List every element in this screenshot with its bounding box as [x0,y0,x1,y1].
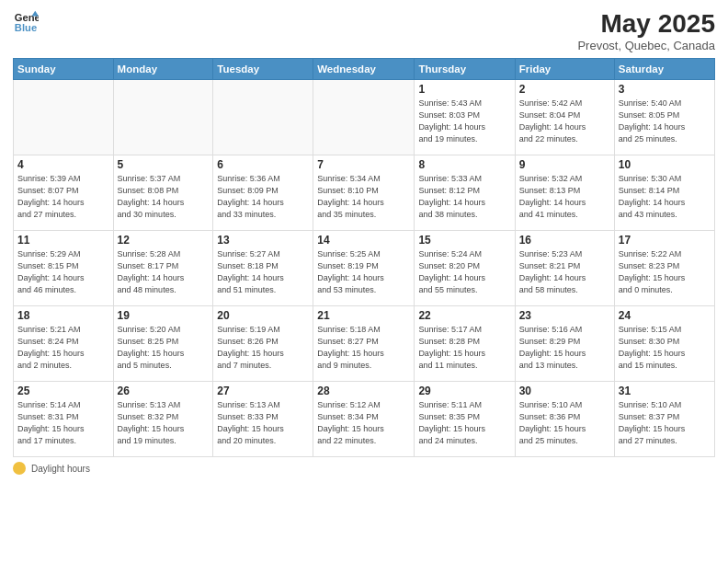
day-info: Sunrise: 5:24 AM Sunset: 8:20 PM Dayligh… [418,248,510,296]
day-number: 27 [217,385,309,397]
day-number: 16 [519,234,610,247]
day-info: Sunrise: 5:20 AM Sunset: 8:25 PM Dayligh… [118,324,210,372]
calendar-cell: 30Sunrise: 5:10 AM Sunset: 8:36 PM Dayli… [515,382,614,457]
calendar-day-header: Tuesday [213,59,313,80]
calendar-table: SundayMondayTuesdayWednesdayThursdayFrid… [13,58,715,457]
day-info: Sunrise: 5:27 AM Sunset: 8:18 PM Dayligh… [217,248,309,296]
calendar-cell: 7Sunrise: 5:34 AM Sunset: 8:10 PM Daylig… [313,155,415,231]
day-number: 20 [217,309,309,322]
calendar-cell: 11Sunrise: 5:29 AM Sunset: 8:15 PM Dayli… [14,231,114,306]
calendar-cell: 24Sunrise: 5:15 AM Sunset: 8:30 PM Dayli… [614,306,714,382]
day-info: Sunrise: 5:13 AM Sunset: 8:33 PM Dayligh… [217,399,309,447]
calendar-cell [14,80,114,155]
calendar-cell: 19Sunrise: 5:20 AM Sunset: 8:25 PM Dayli… [113,306,213,382]
footer-label: Daylight hours [31,464,90,474]
day-info: Sunrise: 5:11 AM Sunset: 8:35 PM Dayligh… [418,399,510,447]
day-info: Sunrise: 5:18 AM Sunset: 8:27 PM Dayligh… [317,324,410,372]
day-info: Sunrise: 5:25 AM Sunset: 8:19 PM Dayligh… [317,248,410,296]
day-number: 15 [418,234,510,247]
calendar-cell: 14Sunrise: 5:25 AM Sunset: 8:19 PM Dayli… [313,231,415,306]
day-info: Sunrise: 5:29 AM Sunset: 8:15 PM Dayligh… [17,248,109,296]
calendar-day-header: Friday [515,59,614,80]
day-info: Sunrise: 5:42 AM Sunset: 8:04 PM Dayligh… [519,98,610,145]
day-info: Sunrise: 5:39 AM Sunset: 8:07 PM Dayligh… [17,173,109,221]
day-number: 17 [619,234,711,247]
calendar-cell [113,80,213,155]
day-number: 23 [519,309,610,322]
day-number: 24 [619,309,711,322]
day-number: 4 [17,158,109,171]
day-info: Sunrise: 5:22 AM Sunset: 8:23 PM Dayligh… [619,248,711,296]
day-number: 28 [317,385,410,397]
calendar-cell: 27Sunrise: 5:13 AM Sunset: 8:33 PM Dayli… [213,382,313,457]
day-number: 9 [519,158,610,171]
calendar-cell: 31Sunrise: 5:10 AM Sunset: 8:37 PM Dayli… [614,382,714,457]
calendar-cell: 21Sunrise: 5:18 AM Sunset: 8:27 PM Dayli… [313,306,415,382]
calendar-day-header: Saturday [614,59,714,80]
sun-icon [13,462,26,475]
calendar-cell: 1Sunrise: 5:43 AM Sunset: 8:03 PM Daylig… [415,80,515,155]
page-title: May 2025 [577,9,715,39]
day-info: Sunrise: 5:14 AM Sunset: 8:31 PM Dayligh… [17,399,109,447]
day-number: 29 [418,385,510,397]
day-info: Sunrise: 5:37 AM Sunset: 8:08 PM Dayligh… [118,173,210,221]
calendar-cell: 18Sunrise: 5:21 AM Sunset: 8:24 PM Dayli… [14,306,114,382]
page: General Blue May 2025 Prevost, Quebec, C… [0,0,728,563]
calendar-cell: 22Sunrise: 5:17 AM Sunset: 8:28 PM Dayli… [415,306,515,382]
day-info: Sunrise: 5:21 AM Sunset: 8:24 PM Dayligh… [17,324,109,372]
calendar-day-header: Wednesday [313,59,415,80]
day-number: 26 [118,385,210,397]
day-info: Sunrise: 5:30 AM Sunset: 8:14 PM Dayligh… [619,173,711,221]
day-number: 31 [619,385,711,397]
page-subtitle: Prevost, Quebec, Canada [577,39,715,52]
day-info: Sunrise: 5:19 AM Sunset: 8:26 PM Dayligh… [217,324,309,372]
day-info: Sunrise: 5:33 AM Sunset: 8:12 PM Dayligh… [418,173,510,221]
calendar-cell: 29Sunrise: 5:11 AM Sunset: 8:35 PM Dayli… [415,382,515,457]
day-number: 14 [317,234,410,247]
calendar-week-row: 25Sunrise: 5:14 AM Sunset: 8:31 PM Dayli… [14,382,715,457]
calendar-cell: 6Sunrise: 5:36 AM Sunset: 8:09 PM Daylig… [213,155,313,231]
day-info: Sunrise: 5:28 AM Sunset: 8:17 PM Dayligh… [118,248,210,296]
calendar-cell: 13Sunrise: 5:27 AM Sunset: 8:18 PM Dayli… [213,231,313,306]
day-info: Sunrise: 5:40 AM Sunset: 8:05 PM Dayligh… [619,98,711,145]
calendar-cell: 8Sunrise: 5:33 AM Sunset: 8:12 PM Daylig… [415,155,515,231]
calendar-cell: 15Sunrise: 5:24 AM Sunset: 8:20 PM Dayli… [415,231,515,306]
day-info: Sunrise: 5:16 AM Sunset: 8:29 PM Dayligh… [519,324,610,372]
day-number: 11 [17,234,109,247]
day-number: 22 [418,309,510,322]
day-number: 25 [17,385,109,397]
day-info: Sunrise: 5:17 AM Sunset: 8:28 PM Dayligh… [418,324,510,372]
title-block: May 2025 Prevost, Quebec, Canada [577,9,715,52]
day-number: 8 [418,158,510,171]
calendar-week-row: 1Sunrise: 5:43 AM Sunset: 8:03 PM Daylig… [14,80,715,155]
day-info: Sunrise: 5:12 AM Sunset: 8:34 PM Dayligh… [317,399,410,447]
calendar-day-header: Monday [113,59,213,80]
day-info: Sunrise: 5:10 AM Sunset: 8:37 PM Dayligh… [619,399,711,447]
calendar-cell: 9Sunrise: 5:32 AM Sunset: 8:13 PM Daylig… [515,155,614,231]
day-number: 13 [217,234,309,247]
day-number: 7 [317,158,410,171]
calendar-day-header: Thursday [415,59,515,80]
calendar-cell [213,80,313,155]
day-number: 19 [118,309,210,322]
calendar-cell: 16Sunrise: 5:23 AM Sunset: 8:21 PM Dayli… [515,231,614,306]
day-number: 12 [118,234,210,247]
calendar-cell: 26Sunrise: 5:13 AM Sunset: 8:32 PM Dayli… [113,382,213,457]
calendar-cell: 20Sunrise: 5:19 AM Sunset: 8:26 PM Dayli… [213,306,313,382]
calendar-week-row: 11Sunrise: 5:29 AM Sunset: 8:15 PM Dayli… [14,231,715,306]
calendar-cell: 23Sunrise: 5:16 AM Sunset: 8:29 PM Dayli… [515,306,614,382]
calendar-cell: 28Sunrise: 5:12 AM Sunset: 8:34 PM Dayli… [313,382,415,457]
calendar-cell: 10Sunrise: 5:30 AM Sunset: 8:14 PM Dayli… [614,155,714,231]
day-info: Sunrise: 5:43 AM Sunset: 8:03 PM Dayligh… [418,98,510,145]
day-info: Sunrise: 5:23 AM Sunset: 8:21 PM Dayligh… [519,248,610,296]
footer-note: Daylight hours [13,462,715,475]
calendar-cell: 17Sunrise: 5:22 AM Sunset: 8:23 PM Dayli… [614,231,714,306]
calendar-cell [313,80,415,155]
logo: General Blue [13,9,39,35]
day-number: 2 [519,83,610,96]
day-number: 18 [17,309,109,322]
day-info: Sunrise: 5:34 AM Sunset: 8:10 PM Dayligh… [317,173,410,221]
day-number: 6 [217,158,309,171]
day-info: Sunrise: 5:15 AM Sunset: 8:30 PM Dayligh… [619,324,711,372]
day-number: 21 [317,309,410,322]
